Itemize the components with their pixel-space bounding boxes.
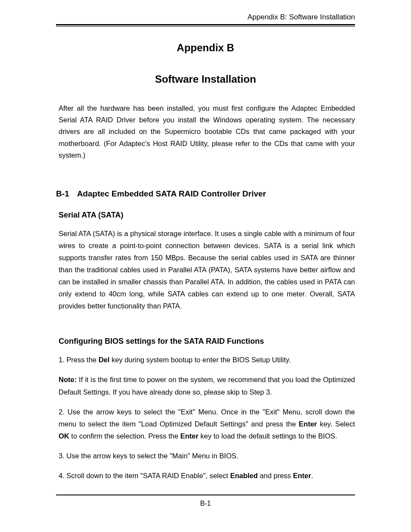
- section-number: B-1: [56, 189, 69, 199]
- subsection-sata-heading: Serial ATA (SATA): [59, 211, 355, 220]
- note-body: If it is the first time to power on the …: [59, 376, 355, 395]
- step-3: 3. Use the arrow keys to select the "Mai…: [59, 450, 355, 462]
- header-rule: [56, 24, 355, 27]
- running-header: Appendix B: Software Installation: [56, 13, 355, 22]
- step-4: 4. Scroll down to the item "SATA RAID En…: [59, 470, 355, 482]
- step-1: 1. Press the Del key during system bootu…: [59, 354, 355, 366]
- step-2-post: key to load the default settings to the …: [199, 432, 337, 440]
- step-2-key-enter-2: Enter: [180, 432, 198, 440]
- subsection-bios-heading: Configuring BIOS settings for the SATA R…: [59, 337, 355, 346]
- step-2-key-ok: OK: [59, 432, 69, 440]
- step-2-mid2: to confirm the selection. Press the: [69, 432, 181, 440]
- step-4-key-enabled: Enabled: [230, 472, 258, 479]
- section-b1-heading: B-1 Adaptec Embedded SATA RAID Controlle…: [56, 189, 355, 199]
- step-2-key-enter-1: Enter: [299, 420, 317, 428]
- step-1-pre: 1. Press the: [59, 356, 99, 364]
- note-label: Note:: [59, 376, 77, 383]
- step-4-post: .: [311, 472, 313, 479]
- step-4-pre: 4. Scroll down to the item "SATA RAID En…: [59, 472, 230, 479]
- step-4-key-enter: Enter: [293, 472, 311, 479]
- step-2: 2. Use the arrow keys to select the "Exi…: [59, 406, 355, 442]
- note-paragraph: Note: If it is the first time to power o…: [59, 373, 355, 398]
- appendix-label: Appendix B: [56, 42, 355, 54]
- step-4-mid: and press: [258, 472, 293, 479]
- appendix-title: Software Installation: [56, 73, 355, 85]
- footer-rule: [56, 495, 355, 495]
- subsection-sata-body: Serial ATA (SATA) is a physical storage …: [59, 227, 355, 312]
- step-1-post: key during system bootup to enter the BI…: [109, 356, 291, 364]
- step-1-key: Del: [99, 356, 110, 364]
- section-title: Adaptec Embedded SATA RAID Controller Dr…: [77, 189, 266, 199]
- step-2-mid1: key. Select: [317, 420, 355, 428]
- intro-paragraph: After all the hardware has been installe…: [56, 103, 355, 161]
- page-number: B-1: [56, 500, 355, 507]
